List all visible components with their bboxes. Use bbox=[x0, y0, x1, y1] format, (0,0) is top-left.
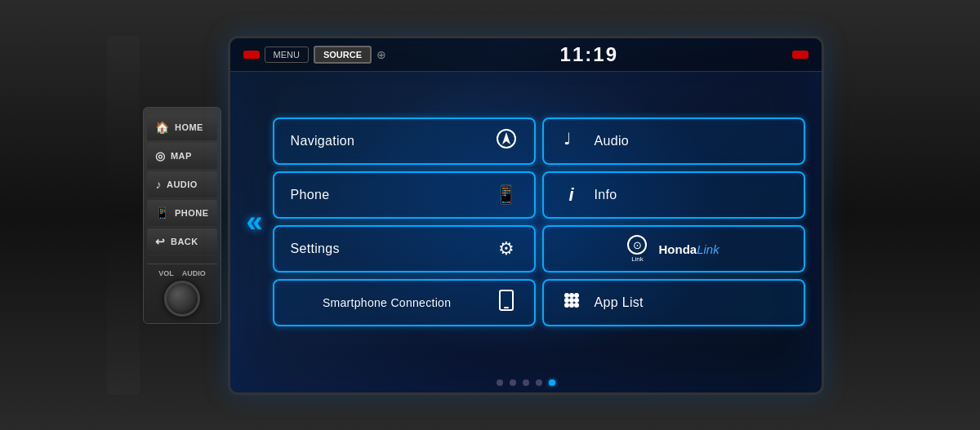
svg-point-12 bbox=[569, 303, 574, 308]
svg-point-8 bbox=[564, 298, 569, 303]
car-panel: 🏠 HOME ◎ MAP ♪ AUDIO 📱 PHONE ↩ BACK VOL … bbox=[0, 0, 980, 430]
back-icon: ↩ bbox=[155, 235, 166, 248]
volume-section: VOL AUDIO bbox=[147, 264, 216, 317]
phone-icon: 📱 bbox=[155, 206, 170, 219]
svg-point-7 bbox=[574, 293, 579, 298]
navigation-label: Navigation bbox=[291, 134, 483, 149]
link-text: Link bbox=[697, 242, 719, 256]
vol-label: VOL bbox=[158, 269, 174, 277]
left-decor bbox=[107, 36, 140, 395]
sidebar-item-back[interactable]: ↩ BACK bbox=[147, 228, 216, 255]
svg-point-11 bbox=[564, 303, 569, 308]
applist-button[interactable]: App List bbox=[542, 279, 805, 326]
phone-label: PHONE bbox=[175, 208, 209, 218]
map-icon: ◎ bbox=[155, 149, 166, 162]
settings-icon: ⚙ bbox=[495, 238, 518, 259]
audio-button[interactable]: ♩ Audio bbox=[542, 117, 805, 165]
info-menu-icon: i bbox=[560, 184, 583, 206]
source-button[interactable]: SOURCE bbox=[314, 46, 372, 64]
hondalink-icon: ⊙ Link bbox=[627, 235, 647, 263]
svg-point-6 bbox=[569, 293, 574, 298]
svg-point-9 bbox=[569, 298, 574, 303]
volume-knob[interactable] bbox=[164, 281, 200, 317]
red-dot-right bbox=[792, 51, 808, 59]
phone-menu-label: Phone bbox=[291, 188, 483, 202]
main-content: « Navigation ♩ bbox=[230, 72, 822, 373]
svg-marker-1 bbox=[502, 132, 510, 144]
info-menu-label: Info bbox=[595, 188, 787, 202]
info-button[interactable]: i Info bbox=[542, 171, 805, 219]
settings-label: Settings bbox=[291, 242, 483, 256]
sidebar-item-audio[interactable]: ♪ AUDIO bbox=[147, 171, 216, 198]
vol-labels: VOL AUDIO bbox=[158, 269, 206, 277]
phone-menu-icon: 📱 bbox=[495, 184, 518, 206]
svg-text:♩: ♩ bbox=[564, 130, 571, 148]
pagination-dots bbox=[230, 373, 822, 392]
svg-point-10 bbox=[574, 298, 579, 303]
side-buttons-panel: 🏠 HOME ◎ MAP ♪ AUDIO 📱 PHONE ↩ BACK VOL … bbox=[143, 107, 220, 324]
svg-point-13 bbox=[574, 303, 579, 308]
audio-label: AUDIO bbox=[167, 180, 198, 189]
menu-button[interactable]: MENU bbox=[265, 47, 309, 63]
link-circle-icon: ⊙ bbox=[627, 235, 647, 255]
home-label: HOME bbox=[175, 122, 203, 132]
menu-grid: Navigation ♩ Audio bbox=[273, 117, 805, 326]
sidebar-item-home[interactable]: 🏠 HOME bbox=[147, 114, 216, 141]
dot-1[interactable] bbox=[497, 379, 503, 386]
infotainment-screen: MENU SOURCE ⊕ 11:19 « Navigation bbox=[228, 36, 824, 395]
navigation-icon bbox=[495, 128, 518, 154]
smartphone-button[interactable]: Smartphone Connection bbox=[273, 279, 536, 326]
navigation-button[interactable]: Navigation bbox=[273, 117, 536, 165]
back-label: BACK bbox=[171, 237, 198, 246]
dot-5-active[interactable] bbox=[549, 379, 555, 386]
top-bar: MENU SOURCE ⊕ 11:19 bbox=[230, 38, 822, 72]
red-dot-left bbox=[243, 51, 260, 59]
settings-button[interactable]: Settings ⚙ bbox=[273, 225, 536, 273]
dot-3[interactable] bbox=[523, 379, 529, 386]
home-icon: 🏠 bbox=[155, 121, 170, 134]
clock-display: 11:19 bbox=[560, 43, 618, 66]
audio-label-vol: AUDIO bbox=[182, 269, 206, 277]
smartphone-menu-icon bbox=[495, 290, 518, 316]
audio-menu-label: Audio bbox=[595, 134, 787, 149]
applist-label: App List bbox=[595, 295, 787, 310]
map-label: MAP bbox=[171, 151, 192, 161]
back-arrow[interactable]: « bbox=[247, 205, 263, 239]
audio-menu-icon: ♩ bbox=[560, 128, 583, 154]
hondalink-button[interactable]: ⊙ Link HondaLink bbox=[542, 225, 805, 273]
wifi-icon: ⊕ bbox=[376, 48, 386, 61]
honda-text: Honda bbox=[658, 242, 697, 256]
svg-rect-4 bbox=[504, 307, 509, 308]
dot-2[interactable] bbox=[510, 379, 516, 386]
smartphone-label: Smartphone Connection bbox=[291, 295, 483, 310]
hondalink-label: HondaLink bbox=[658, 242, 719, 256]
dot-4[interactable] bbox=[536, 379, 542, 386]
svg-point-5 bbox=[564, 293, 569, 298]
top-bar-left: MENU SOURCE ⊕ bbox=[243, 46, 386, 64]
sidebar-item-phone[interactable]: 📱 PHONE bbox=[147, 200, 216, 227]
phone-button[interactable]: Phone 📱 bbox=[273, 171, 536, 219]
sidebar-item-map[interactable]: ◎ MAP bbox=[147, 143, 216, 170]
applist-icon bbox=[560, 290, 583, 316]
audio-icon: ♪ bbox=[155, 178, 162, 191]
